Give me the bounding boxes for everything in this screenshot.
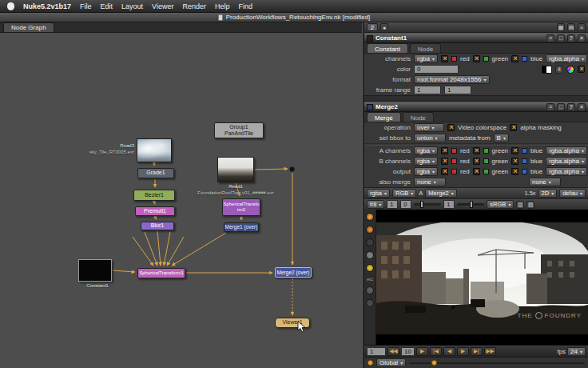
merge2-panel-header[interactable]: Merge2 ≡ □ ? × xyxy=(364,102,588,112)
menu-render[interactable]: Render xyxy=(182,2,206,10)
window-title-bar[interactable]: ProductionWorkflows_RetouchingEnv.nk [mo… xyxy=(0,13,588,22)
also-merge-dropdown-2[interactable]: none xyxy=(529,178,561,186)
a-alpha-dropdown[interactable]: rgba.alpha xyxy=(546,146,587,155)
a-input-dropdown[interactable]: Merge2 xyxy=(425,189,456,198)
tab-node[interactable]: Node xyxy=(410,43,441,53)
viewer-display-dropdown[interactable]: RGB xyxy=(392,189,416,198)
node-sphericaltransform2[interactable]: SphericalTransform2 xyxy=(222,198,260,216)
green-checkbox[interactable] xyxy=(473,55,480,62)
fstop-dropdown[interactable]: f/8 xyxy=(367,200,384,209)
node-dot[interactable] xyxy=(289,166,295,172)
range-handle-icon[interactable] xyxy=(368,360,373,366)
output-channels-dropdown[interactable]: rgba xyxy=(414,167,438,176)
blue-checkbox[interactable] xyxy=(511,158,518,165)
fast-rewind-button[interactable]: ◀◀ xyxy=(387,347,399,356)
menu-viewer[interactable]: Viewer xyxy=(152,2,173,10)
operation-dropdown[interactable]: over xyxy=(414,123,444,132)
close-icon[interactable]: × xyxy=(578,34,586,42)
close-icon[interactable]: × xyxy=(578,23,586,31)
bbox-dropdown[interactable]: union xyxy=(414,134,446,142)
frame-slider-track[interactable] xyxy=(409,362,585,364)
tab-node[interactable]: Node xyxy=(403,112,434,122)
go-to-start-button[interactable]: |◀ xyxy=(430,347,442,356)
frame-range-mode-dropdown[interactable]: Global xyxy=(376,358,406,367)
color-swatch[interactable] xyxy=(542,66,552,74)
wheel-icon-2[interactable] xyxy=(366,226,374,234)
app-name[interactable]: Nuke5.2v1b17 xyxy=(23,2,71,10)
tool-icon-2[interactable] xyxy=(366,251,374,259)
menu-help[interactable]: Help xyxy=(215,2,230,10)
tool-icon-5[interactable] xyxy=(366,299,374,307)
a-channels-dropdown[interactable]: rgba xyxy=(414,146,438,155)
node-bezier1[interactable]: Bezier1 xyxy=(133,190,175,201)
fstop-value-field[interactable]: 1 xyxy=(387,200,398,209)
red-checkbox[interactable] xyxy=(441,147,448,154)
menu-edit[interactable]: Edit xyxy=(101,2,113,10)
frame-range-to-field[interactable]: 1 xyxy=(444,86,471,94)
fps-dropdown[interactable]: 24 xyxy=(567,347,586,356)
channels-dropdown[interactable]: rgba xyxy=(414,54,438,63)
tab-constant[interactable]: Constant xyxy=(367,43,408,53)
green-checkbox[interactable] xyxy=(473,168,480,175)
color-wheel-icon[interactable] xyxy=(566,66,574,74)
node-read3-thumbnail[interactable] xyxy=(137,138,172,162)
float-icon[interactable]: □ xyxy=(557,34,565,42)
menu-layout[interactable]: Layout xyxy=(121,2,143,10)
blue-checkbox[interactable] xyxy=(511,147,518,154)
view-mode-dropdown[interactable]: 2D xyxy=(538,189,558,198)
tool-icon-4[interactable] xyxy=(366,286,374,294)
format-dropdown[interactable]: root.format 2048x1556 xyxy=(414,75,490,84)
output-alpha-dropdown[interactable]: rgba.alpha xyxy=(546,167,587,176)
wheel-icon-1[interactable] xyxy=(366,213,374,221)
menu-file[interactable]: File xyxy=(80,2,92,10)
node-graph-canvas[interactable]: Group1 PanAndTile Read3 sky_Tile_RT0005.… xyxy=(0,33,364,368)
viewer-channels-dropdown[interactable]: rgba xyxy=(367,189,390,198)
gamma-slider[interactable] xyxy=(457,203,484,206)
red-checkbox[interactable] xyxy=(441,55,448,62)
center-icon[interactable]: ≡ xyxy=(546,34,554,42)
b-alpha-dropdown[interactable]: rgba.alpha xyxy=(546,157,587,166)
row-layout-icon[interactable]: ▤ xyxy=(567,23,575,31)
node-group1[interactable]: Group1 PanAndTile xyxy=(214,122,264,138)
viewer-image-wrap[interactable]: THE FOUNDRY xyxy=(376,210,588,345)
node-merge1[interactable]: Merge1 (over) xyxy=(224,222,259,232)
green-checkbox[interactable] xyxy=(473,158,480,165)
alpha-channel-dropdown[interactable]: rgba.alpha xyxy=(546,54,587,63)
node-constant1-thumbnail[interactable] xyxy=(78,259,112,282)
color-animate-checkbox[interactable] xyxy=(578,66,585,73)
alpha-masking-checkbox[interactable] xyxy=(510,124,517,131)
color-value-field[interactable]: 0 xyxy=(414,65,459,74)
blue-checkbox[interactable] xyxy=(511,168,518,175)
tab-node-graph[interactable]: Node Graph xyxy=(3,22,54,32)
tool-icon-1[interactable] xyxy=(366,238,374,246)
pin-icon[interactable]: ● xyxy=(380,23,388,31)
frame-slider-handle[interactable] xyxy=(431,360,437,366)
overlay-icon[interactable]: ▧ xyxy=(526,201,534,209)
node-sphericaltransform1[interactable]: SphericalTransform1 xyxy=(137,268,185,278)
zoom-level[interactable]: 1.5x xyxy=(524,190,535,197)
play-button[interactable]: ▶ xyxy=(416,347,428,356)
node-color-chip[interactable] xyxy=(367,104,373,110)
center-icon[interactable]: ≡ xyxy=(546,103,554,111)
frame-range-from-field[interactable]: 1 xyxy=(414,86,441,94)
viewer-lut-dropdown[interactable]: sRGB xyxy=(487,200,514,209)
open-panels-count[interactable]: 2 xyxy=(367,23,378,31)
float-icon[interactable]: □ xyxy=(557,103,565,111)
go-to-end-button[interactable]: ▶| xyxy=(471,347,483,356)
tab-merge[interactable]: Merge xyxy=(367,112,401,122)
gain-slider[interactable] xyxy=(414,203,441,206)
red-checkbox[interactable] xyxy=(441,158,448,165)
layer-dropdown[interactable]: defau xyxy=(559,189,586,198)
apple-menu-icon[interactable] xyxy=(7,2,14,10)
blue-checkbox[interactable] xyxy=(511,55,518,62)
node-merge2[interactable]: Merge2 (over) xyxy=(275,267,312,278)
close-icon[interactable]: × xyxy=(578,103,586,111)
color-count-button[interactable]: 4 xyxy=(555,66,563,74)
gain-field[interactable]: 0 xyxy=(400,200,411,209)
menu-find[interactable]: Find xyxy=(239,2,253,10)
grid-layout-icon[interactable]: ▦ xyxy=(557,23,565,31)
node-premult1[interactable]: Premult1 xyxy=(135,206,175,216)
green-checkbox[interactable] xyxy=(473,147,480,154)
step-forward-button[interactable]: ▶ xyxy=(457,347,469,356)
help-icon[interactable]: ? xyxy=(567,103,575,111)
